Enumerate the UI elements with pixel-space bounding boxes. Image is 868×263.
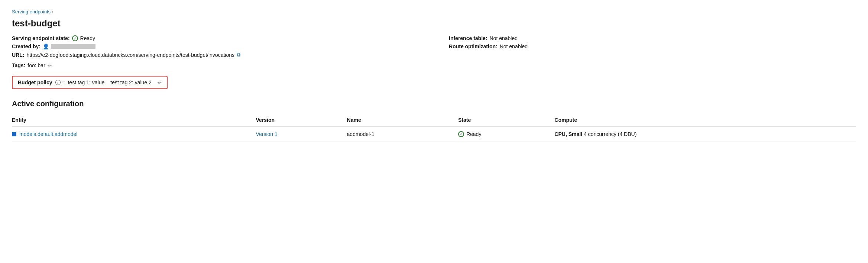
entity-cell: models.default.addmodel	[12, 126, 256, 142]
active-config-section: Active configuration Entity Version Name…	[12, 100, 856, 142]
user-redacted	[51, 44, 95, 49]
col-name: Name	[347, 114, 458, 126]
table-row: models.default.addmodel Version 1 addmod…	[12, 126, 856, 142]
copy-icon[interactable]: ⧉	[237, 52, 240, 58]
url-label: URL:	[12, 52, 24, 58]
budget-policy-edit-icon[interactable]: ✏	[158, 80, 162, 85]
row-state-value: Ready	[466, 131, 481, 137]
tags-row: Tags: foo: bar ✏	[12, 62, 434, 68]
route-value: Not enabled	[500, 43, 528, 49]
created-by-row: Created by: 👤	[12, 43, 434, 49]
budget-policy-tag-1: test tag 1: value	[68, 79, 104, 85]
meta-right: Inference table: Not enabled Route optim…	[434, 35, 856, 73]
budget-policy-label: Budget policy	[18, 79, 52, 85]
row-state-check-icon: ✓	[458, 131, 464, 137]
table-header-row: Entity Version Name State Compute	[12, 114, 856, 126]
compute-cell: CPU, Small 4 concurrency (4 DBU)	[554, 126, 856, 142]
name-cell: addmodel-1	[347, 126, 458, 142]
inference-value: Not enabled	[489, 35, 518, 41]
state-value: Ready	[80, 35, 95, 41]
version-link[interactable]: Version 1	[256, 131, 277, 137]
url-row: URL: https://e2-dogfood.staging.cloud.da…	[12, 52, 434, 58]
state-row: Serving endpoint state: ✓ Ready	[12, 35, 434, 41]
budget-policy-info-icon[interactable]: i	[55, 80, 61, 85]
active-config-table: Entity Version Name State Compute models…	[12, 114, 856, 142]
route-row: Route optimization: Not enabled	[449, 43, 856, 49]
budget-policy-box: Budget policy i : test tag 1: value test…	[12, 76, 168, 89]
table-body: models.default.addmodel Version 1 addmod…	[12, 126, 856, 142]
url-value: https://e2-dogfood.staging.cloud.databri…	[26, 52, 234, 58]
col-state: State	[458, 114, 554, 126]
entity-icon	[12, 132, 16, 136]
ready-check-icon: ✓	[72, 35, 78, 41]
tags-label: Tags:	[12, 62, 25, 68]
tags-value: foo: bar	[27, 62, 45, 68]
entity-link[interactable]: models.default.addmodel	[19, 131, 77, 137]
chevron-icon: ›	[52, 9, 54, 14]
budget-policy-separator: :	[64, 79, 65, 85]
compute-bold: CPU, Small	[554, 131, 582, 137]
page-title: test-budget	[12, 18, 856, 29]
meta-left: Serving endpoint state: ✓ Ready Created …	[12, 35, 434, 73]
route-label: Route optimization:	[449, 43, 498, 49]
table-header: Entity Version Name State Compute	[12, 114, 856, 126]
budget-policy-tag-2: test tag 2: value 2	[110, 79, 152, 85]
tags-edit-icon[interactable]: ✏	[48, 63, 52, 68]
state-label: Serving endpoint state:	[12, 35, 70, 41]
breadcrumb-link[interactable]: Serving endpoints	[12, 9, 51, 14]
col-entity: Entity	[12, 114, 256, 126]
state-cell: ✓ Ready	[458, 126, 554, 142]
version-cell: Version 1	[256, 126, 347, 142]
col-compute: Compute	[554, 114, 856, 126]
compute-rest: 4 concurrency (4 DBU)	[582, 131, 637, 137]
inference-row: Inference table: Not enabled	[449, 35, 856, 41]
meta-section: Serving endpoint state: ✓ Ready Created …	[12, 35, 856, 73]
breadcrumb: Serving endpoints ›	[12, 9, 856, 14]
active-config-title: Active configuration	[12, 100, 856, 108]
created-by-label: Created by:	[12, 43, 41, 49]
user-icon: 👤	[43, 43, 49, 49]
col-version: Version	[256, 114, 347, 126]
inference-label: Inference table:	[449, 35, 487, 41]
